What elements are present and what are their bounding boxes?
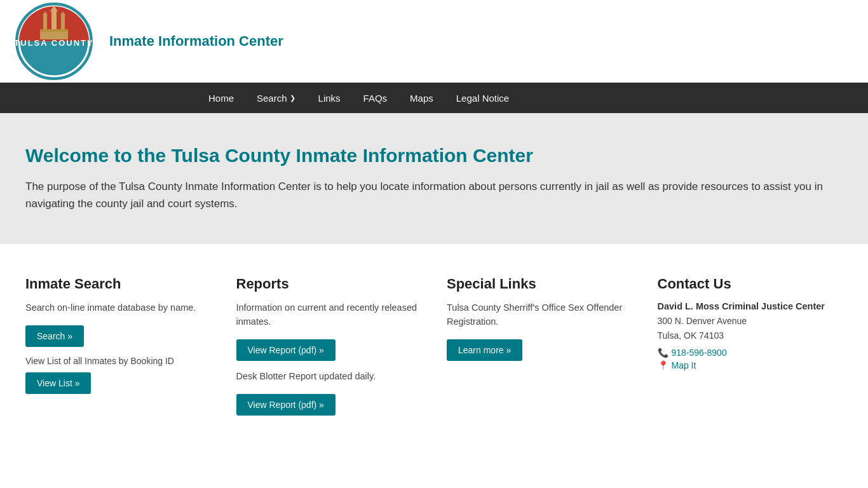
contact-org-name: David L. Moss Criminal Justice Center bbox=[658, 301, 843, 311]
reports-section: Reports Information on current and recen… bbox=[236, 276, 422, 424]
nav-maps[interactable]: Maps bbox=[398, 83, 445, 113]
header: TULSA COUNTY Inmat bbox=[0, 0, 868, 83]
phone-icon: 📞 bbox=[658, 348, 668, 358]
search-button[interactable]: Search » bbox=[25, 325, 84, 347]
reports-title: Reports bbox=[236, 276, 422, 292]
inmate-search-title: Inmate Search bbox=[25, 276, 211, 292]
special-links-section: Special Links Tulsa County Sherriff's Of… bbox=[447, 276, 632, 424]
tulsa-county-logo: TULSA COUNTY bbox=[13, 0, 95, 83]
svg-rect-5 bbox=[43, 14, 47, 30]
contact-map-link[interactable]: 📍 Map It bbox=[658, 360, 843, 370]
hero-section: Welcome to the Tulsa County Inmate Infor… bbox=[0, 113, 868, 244]
content-grid: Inmate Search Search on-line inmate data… bbox=[0, 244, 868, 462]
reports-desc: Information on current and recently rele… bbox=[236, 301, 422, 329]
svg-rect-10 bbox=[40, 32, 68, 39]
view-report-button-1[interactable]: View Report (pdf) » bbox=[236, 339, 336, 361]
hero-body: The purpose of the Tulsa County Inmate I… bbox=[25, 178, 839, 212]
view-list-button[interactable]: View List » bbox=[25, 372, 91, 394]
inmate-search-desc: Search on-line inmate database by name. bbox=[25, 301, 211, 315]
contact-title: Contact Us bbox=[658, 276, 843, 292]
view-list-label: View List of all Inmates by Booking ID bbox=[25, 356, 211, 366]
contact-section: Contact Us David L. Moss Criminal Justic… bbox=[658, 276, 843, 424]
special-links-desc: Tulsa County Sherriff's Office Sex Offen… bbox=[447, 301, 632, 329]
special-links-title: Special Links bbox=[447, 276, 632, 292]
contact-address: 300 N. Denver Avenue Tulsa, OK 74103 bbox=[658, 314, 843, 342]
nav-legal-notice[interactable]: Legal Notice bbox=[445, 83, 520, 113]
search-dropdown-icon: ❯ bbox=[290, 94, 295, 102]
contact-phone-link[interactable]: 📞 918-596-8900 bbox=[658, 348, 843, 358]
desk-blotter-desc: Desk Blotter Report updated daily. bbox=[236, 370, 422, 384]
nav-home[interactable]: Home bbox=[197, 83, 245, 113]
nav-faqs[interactable]: FAQs bbox=[352, 83, 399, 113]
view-report-button-2[interactable]: View Report (pdf) » bbox=[236, 394, 336, 416]
svg-rect-6 bbox=[61, 14, 65, 30]
hero-heading: Welcome to the Tulsa County Inmate Infor… bbox=[25, 145, 843, 166]
learn-more-button[interactable]: Learn more » bbox=[447, 339, 522, 361]
nav-links[interactable]: Links bbox=[307, 83, 352, 113]
nav-search[interactable]: Search ❯ bbox=[245, 83, 307, 113]
svg-text:TULSA COUNTY: TULSA COUNTY bbox=[14, 38, 93, 48]
inmate-search-section: Inmate Search Search on-line inmate data… bbox=[25, 276, 211, 424]
site-title: Inmate Information Center bbox=[109, 33, 283, 50]
map-icon: 📍 bbox=[658, 360, 668, 370]
main-nav: Home Search ❯ Links FAQs Maps Legal Noti… bbox=[0, 83, 868, 113]
logo-area: TULSA COUNTY Inmat bbox=[13, 0, 283, 83]
svg-rect-3 bbox=[51, 10, 57, 30]
